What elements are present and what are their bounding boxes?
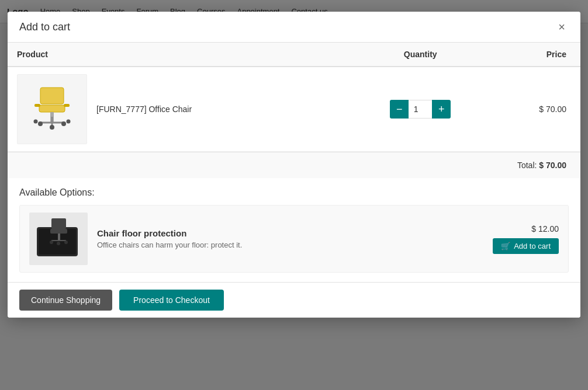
option-description: Office chairs can harm your floor: prote…: [97, 241, 483, 249]
svg-rect-15: [50, 229, 67, 234]
option-add-to-cart-button[interactable]: 🛒 Add to cart: [493, 238, 559, 254]
add-to-cart-modal: Add to cart × Product Quantity Price: [8, 12, 580, 318]
total-label: Total:: [517, 161, 537, 170]
svg-point-18: [50, 241, 53, 244]
cart-quantity-cell: − +: [350, 67, 491, 152]
svg-point-19: [64, 241, 68, 244]
svg-point-6: [61, 121, 66, 126]
options-section: Available Options:: [8, 178, 580, 282]
modal-close-button[interactable]: ×: [555, 20, 569, 34]
options-title: Available Options:: [19, 187, 569, 198]
modal-footer: Continue Shopping Proceed to Checkout: [8, 282, 580, 318]
svg-rect-11: [64, 104, 70, 107]
product-price: $ 70.00: [539, 105, 566, 114]
svg-point-5: [38, 121, 43, 126]
modal-header: Add to cart ×: [8, 12, 580, 43]
product-image: [17, 74, 87, 144]
col-header-product: Product: [8, 43, 350, 67]
quantity-increase-button[interactable]: +: [432, 100, 451, 119]
product-name: [FURN_7777] Office Chair: [96, 105, 192, 114]
cart-table-header-row: Product Quantity Price: [8, 43, 580, 67]
svg-point-8: [34, 120, 38, 124]
col-header-quantity: Quantity: [350, 43, 491, 67]
proceed-to-checkout-button[interactable]: Proceed to Checkout: [119, 290, 224, 311]
modal-title: Add to cart: [19, 21, 70, 33]
option-card: Chair floor protection Office chairs can…: [19, 205, 569, 273]
continue-shopping-button[interactable]: Continue Shopping: [19, 290, 112, 311]
col-header-price: Price: [491, 43, 580, 67]
option-name: Chair floor protection: [97, 228, 483, 238]
cart-row: [FURN_7777] Office Chair − + $ 70.00: [8, 67, 580, 152]
svg-point-7: [50, 125, 54, 130]
option-actions: $ 12.00 🛒 Add to cart: [493, 224, 559, 254]
svg-rect-16: [58, 234, 60, 241]
add-to-cart-label: Add to cart: [514, 242, 551, 250]
quantity-decrease-button[interactable]: −: [390, 100, 409, 119]
quantity-controls: − +: [359, 100, 482, 119]
cart-product-cell: [FURN_7777] Office Chair: [8, 67, 350, 152]
cart-total-row: Total: $ 70.00: [8, 152, 580, 178]
option-price: $ 12.00: [531, 224, 559, 234]
svg-rect-10: [34, 104, 40, 107]
svg-point-9: [67, 120, 71, 124]
cart-icon: 🛒: [501, 242, 510, 250]
svg-rect-0: [40, 88, 64, 104]
option-info: Chair floor protection Office chairs can…: [97, 228, 483, 249]
svg-rect-14: [51, 218, 66, 229]
total-amount: $ 70.00: [539, 161, 566, 170]
cart-price-cell: $ 70.00: [491, 67, 580, 152]
modal-overlay: Add to cart × Product Quantity Price: [0, 0, 588, 390]
quantity-input[interactable]: [409, 100, 432, 119]
modal-body: Product Quantity Price: [8, 43, 580, 282]
option-image: [29, 213, 88, 265]
cart-table: Product Quantity Price: [8, 43, 580, 152]
svg-point-20: [57, 242, 60, 245]
svg-rect-1: [39, 105, 65, 112]
